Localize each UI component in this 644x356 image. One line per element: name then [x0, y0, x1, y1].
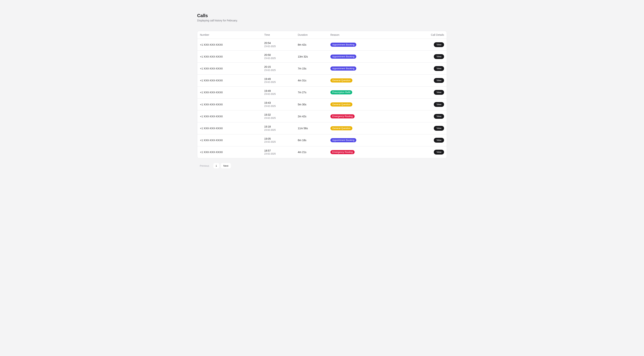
- cell-time: 19:4323-02-2025: [262, 98, 295, 110]
- reason-badge: Emergency Routing: [330, 114, 354, 118]
- cell-details: View: [426, 39, 447, 51]
- cell-number: +1 XXX-XXX-XXXX: [197, 110, 262, 122]
- cell-duration: 6m 18s: [295, 134, 328, 146]
- cell-duration: 2m 42s: [295, 110, 328, 122]
- table-row: +1 XXX-XXX-XXXX20:5023-02-202513m 32sApp…: [197, 51, 447, 62]
- cell-details: View: [426, 74, 447, 86]
- cell-details: View: [426, 122, 447, 134]
- cell-reason: General Question: [328, 122, 426, 134]
- time-value: 19:32: [264, 113, 292, 117]
- table-row: +1 XXX-XXX-XXXX19:3223-02-20252m 42sEmer…: [197, 110, 447, 122]
- table-row: +1 XXX-XXX-XXXX20:1523-02-20257m 15sAppo…: [197, 62, 447, 74]
- cell-number: +1 XXX-XXX-XXXX: [197, 86, 262, 98]
- cell-details: View: [426, 110, 447, 122]
- date-value: 23-02-2025: [264, 105, 292, 108]
- col-header-time: Time: [262, 31, 295, 39]
- time-value: 18:57: [264, 149, 292, 153]
- cell-duration: 13m 32s: [295, 51, 328, 62]
- cell-number: +1 XXX-XXX-XXXX: [197, 62, 262, 74]
- reason-badge: Emergency Routing: [330, 150, 354, 154]
- reason-badge: General Question: [330, 102, 352, 106]
- page-subtitle: Displaying call history for February.: [197, 19, 447, 22]
- date-value: 23-02-2025: [264, 117, 292, 120]
- time-value: 19:49: [264, 77, 292, 81]
- cell-reason: Appointment Booking: [328, 51, 426, 62]
- page-title: Calls: [197, 13, 447, 18]
- date-value: 23-02-2025: [264, 152, 292, 155]
- cell-reason: Appointment Booking: [328, 62, 426, 74]
- cell-number: +1 XXX-XXX-XXXX: [197, 39, 262, 51]
- date-value: 23-02-2025: [264, 69, 292, 72]
- time-value: 20:54: [264, 41, 292, 45]
- calls-table: Number Time Duration Reason Call Details…: [197, 31, 447, 158]
- cell-number: +1 XXX-XXX-XXXX: [197, 134, 262, 146]
- view-button[interactable]: View: [434, 90, 444, 95]
- table-row: +1 XXX-XXX-XXXX19:4923-02-20257m 27sPres…: [197, 86, 447, 98]
- cell-details: View: [426, 86, 447, 98]
- table-row: +1 XXX-XXX-XXXX19:1823-02-202511m 56sGen…: [197, 122, 447, 134]
- cell-reason: Appointment Booking: [328, 134, 426, 146]
- time-value: 19:49: [264, 89, 292, 93]
- date-value: 23-02-2025: [264, 57, 292, 60]
- cell-reason: Emergency Routing: [328, 110, 426, 122]
- view-button[interactable]: View: [434, 126, 444, 131]
- cell-number: +1 XXX-XXX-XXXX: [197, 51, 262, 62]
- table-row: +1 XXX-XXX-XXXX19:4923-02-20254m 31sGene…: [197, 74, 447, 86]
- time-value: 19:18: [264, 125, 292, 129]
- date-value: 23-02-2025: [264, 141, 292, 144]
- pagination-page-1[interactable]: 1: [213, 163, 219, 168]
- calls-table-card: Number Time Duration Reason Call Details…: [197, 31, 447, 158]
- cell-time: 19:4923-02-2025: [262, 86, 295, 98]
- reason-badge: General Question: [330, 78, 352, 82]
- date-value: 23-02-2025: [264, 129, 292, 132]
- table-row: +1 XXX-XXX-XXXX18:5723-02-20254m 21sEmer…: [197, 146, 447, 158]
- cell-time: 20:5423-02-2025: [262, 39, 295, 51]
- table-row: +1 XXX-XXX-XXXX19:4323-02-20255m 30sGene…: [197, 98, 447, 110]
- cell-number: +1 XXX-XXX-XXXX: [197, 146, 262, 158]
- cell-reason: General Question: [328, 98, 426, 110]
- time-value: 20:15: [264, 65, 292, 69]
- cell-reason: Appointment Booking: [328, 39, 426, 51]
- page-container: Calls Displaying call history for Februa…: [197, 0, 447, 176]
- cell-duration: 11m 56s: [295, 122, 328, 134]
- cell-details: View: [426, 98, 447, 110]
- reason-badge: Appointment Booking: [330, 66, 356, 70]
- time-value: 20:50: [264, 53, 292, 57]
- cell-time: 19:0523-02-2025: [262, 134, 295, 146]
- reason-badge: General Question: [330, 126, 352, 130]
- view-button[interactable]: View: [434, 150, 444, 155]
- cell-number: +1 XXX-XXX-XXXX: [197, 98, 262, 110]
- pagination: Previous 1 Next: [197, 163, 447, 168]
- cell-time: 19:4923-02-2025: [262, 74, 295, 86]
- reason-badge: Appointment Booking: [330, 138, 356, 142]
- cell-duration: 4m 31s: [295, 74, 328, 86]
- table-row: +1 XXX-XXX-XXXX20:5423-02-20258m 42sAppo…: [197, 39, 447, 51]
- table-header-row: Number Time Duration Reason Call Details: [197, 31, 447, 39]
- view-button[interactable]: View: [434, 78, 444, 83]
- cell-reason: General Question: [328, 74, 426, 86]
- cell-time: 20:1523-02-2025: [262, 62, 295, 74]
- table-row: +1 XXX-XXX-XXXX19:0523-02-20256m 18sAppo…: [197, 134, 447, 146]
- view-button[interactable]: View: [434, 102, 444, 107]
- date-value: 23-02-2025: [264, 81, 292, 84]
- reason-badge: Appointment Booking: [330, 43, 356, 47]
- reason-badge: Appointment Booking: [330, 54, 356, 59]
- date-value: 23-02-2025: [264, 45, 292, 48]
- view-button[interactable]: View: [434, 66, 444, 71]
- time-value: 19:05: [264, 137, 292, 141]
- cell-details: View: [426, 62, 447, 74]
- cell-time: 19:1823-02-2025: [262, 122, 295, 134]
- view-button[interactable]: View: [434, 138, 444, 143]
- view-button[interactable]: View: [434, 42, 444, 47]
- cell-reason: Emergency Routing: [328, 146, 426, 158]
- cell-details: View: [426, 146, 447, 158]
- cell-reason: Prescription Refill: [328, 86, 426, 98]
- view-button[interactable]: View: [434, 54, 444, 59]
- cell-number: +1 XXX-XXX-XXXX: [197, 122, 262, 134]
- cell-number: +1 XXX-XXX-XXXX: [197, 74, 262, 86]
- col-header-details: Call Details: [426, 31, 447, 39]
- pagination-previous[interactable]: Previous: [197, 163, 212, 168]
- view-button[interactable]: View: [434, 114, 444, 119]
- pagination-next[interactable]: Next: [221, 163, 231, 168]
- time-value: 19:43: [264, 101, 292, 105]
